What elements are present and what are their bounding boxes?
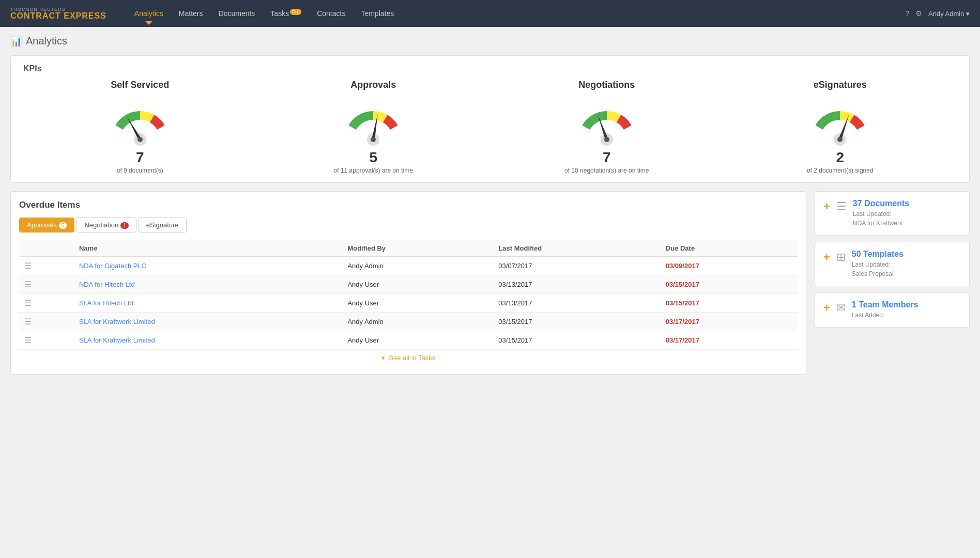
nav-link-analytics[interactable]: Analytics bbox=[127, 6, 171, 21]
svg-point-11 bbox=[837, 137, 843, 142]
table-row: ☰SLA for Kraftwerk LimitedAndy User03/15… bbox=[19, 331, 798, 350]
doc-link[interactable]: SLA for Hitech Ltd bbox=[79, 299, 133, 307]
side-card-plus-icon[interactable]: + bbox=[823, 251, 830, 264]
col-header: Modified By bbox=[342, 240, 493, 257]
nav-links: AnalyticsMattersDocumentsTasksProContact… bbox=[127, 6, 905, 21]
kpi-item-approvals: Approvals5of 11 approval(s) are on time bbox=[257, 80, 491, 174]
document-icon: ☰ bbox=[24, 336, 32, 345]
side-card-plus-icon[interactable]: + bbox=[823, 200, 830, 213]
row-modified-by: Andy User bbox=[342, 275, 493, 294]
kpi-section: KPIs Self Serviced7of 9 document(s)Appro… bbox=[10, 55, 970, 183]
kpi-value: 7 bbox=[603, 149, 611, 166]
side-card-meta: Last Updated:NDA for Kraftwerk bbox=[853, 209, 961, 228]
svg-point-8 bbox=[604, 137, 609, 142]
kpi-sub: of 9 document(s) bbox=[117, 167, 163, 174]
analytics-icon: 📊 bbox=[10, 36, 22, 47]
kpi-gauges: Self Serviced7of 9 document(s)Approvals5… bbox=[23, 80, 957, 174]
row-due-date: 03/17/2017 bbox=[661, 331, 798, 350]
gauge-svg bbox=[799, 96, 881, 147]
side-card-meta: Last Added: bbox=[852, 311, 961, 320]
col-header: Last Modified bbox=[493, 240, 660, 257]
side-card-icon: ⊞ bbox=[836, 251, 846, 264]
side-card-info: 50 TemplatesLast Updated:Sales Proposal bbox=[852, 250, 961, 278]
page-title-text: Analytics bbox=[26, 35, 67, 47]
side-card-meta: Last Updated:Sales Proposal bbox=[852, 260, 961, 278]
row-name[interactable]: SLA for Kraftwerk Limited bbox=[74, 331, 342, 350]
row-name[interactable]: NDA for Gigatech PLC bbox=[74, 257, 342, 275]
row-due-date: 03/17/2017 bbox=[661, 313, 798, 331]
document-icon: ☰ bbox=[24, 280, 32, 289]
row-doc-icon: ☰ bbox=[19, 257, 74, 275]
brand-plain: CONTRACT bbox=[10, 11, 61, 20]
doc-link[interactable]: NDA for Gigatech PLC bbox=[79, 262, 146, 270]
brand-accent: EXPRESS bbox=[64, 11, 106, 20]
nav-link-matters[interactable]: Matters bbox=[172, 6, 210, 21]
row-doc-icon: ☰ bbox=[19, 313, 74, 331]
bottom-section: Overdue Items Approvals5Negotiation1eSig… bbox=[10, 191, 970, 375]
row-doc-icon: ☰ bbox=[19, 331, 74, 350]
row-modified-by: Andy Admin bbox=[342, 257, 493, 275]
side-card-icon: ✉ bbox=[836, 301, 846, 315]
overdue-tabs: Approvals5Negotiation1eSignature bbox=[19, 218, 798, 233]
col-header bbox=[19, 240, 74, 257]
kpi-sub: of 2 document(s) signed bbox=[807, 167, 874, 174]
nav-badge: Pro bbox=[290, 9, 301, 15]
row-name[interactable]: SLA for Kraftwerk Limited bbox=[74, 313, 342, 331]
row-last-modified: 03/15/2017 bbox=[493, 313, 660, 331]
user-menu[interactable]: Andy Admin ▾ bbox=[928, 10, 970, 18]
nav-link-contacts[interactable]: Contacts bbox=[310, 6, 353, 21]
overdue-title: Overdue Items bbox=[19, 200, 798, 210]
page-title: 📊 Analytics bbox=[10, 35, 970, 47]
tab-negotiation[interactable]: Negotiation1 bbox=[76, 218, 136, 233]
user-label: Andy Admin bbox=[928, 10, 964, 18]
kpi-value: 5 bbox=[369, 149, 377, 166]
svg-point-5 bbox=[371, 137, 376, 142]
row-name[interactable]: NDA for Hitech Ltd bbox=[74, 275, 342, 294]
side-card-info: 37 DocumentsLast Updated:NDA for Kraftwe… bbox=[853, 199, 961, 228]
doc-link[interactable]: NDA for Hitech Ltd bbox=[79, 281, 135, 288]
row-modified-by: Andy User bbox=[342, 294, 493, 313]
row-last-modified: 03/13/2017 bbox=[493, 275, 660, 294]
row-modified-by: Andy Admin bbox=[342, 313, 493, 331]
side-card-2: +✉1 Team MembersLast Added: bbox=[815, 292, 970, 328]
table-body: ☰NDA for Gigatech PLCAndy Admin03/07/201… bbox=[19, 257, 798, 350]
kpi-item-label: Approvals bbox=[350, 80, 396, 90]
svg-point-2 bbox=[137, 137, 143, 142]
table-row: ☰NDA for Gigatech PLCAndy Admin03/07/201… bbox=[19, 257, 798, 275]
nav-link-templates[interactable]: Templates bbox=[354, 6, 401, 21]
kpi-item-esignatures: eSignatures2of 2 document(s) signed bbox=[724, 80, 957, 174]
side-card-plus-icon[interactable]: + bbox=[823, 301, 830, 315]
overdue-table: NameModified ByLast ModifiedDue Date ☰ND… bbox=[19, 240, 798, 350]
settings-icon[interactable]: ⚙ bbox=[915, 9, 922, 18]
brand: THOMSON REUTERS CONTRACT EXPRESS bbox=[10, 7, 106, 20]
side-card-1: +⊞50 TemplatesLast Updated:Sales Proposa… bbox=[815, 242, 970, 286]
overdue-card: Overdue Items Approvals5Negotiation1eSig… bbox=[10, 191, 806, 375]
gauge-svg bbox=[332, 96, 415, 147]
side-card-count[interactable]: 37 Documents bbox=[853, 199, 961, 208]
kpi-sub: of 11 approval(s) are on time bbox=[334, 167, 413, 174]
side-card-0: +☰37 DocumentsLast Updated:NDA for Kraft… bbox=[815, 191, 970, 236]
kpi-item-label: Self Serviced bbox=[111, 80, 169, 90]
see-all-label: See all in Tasks bbox=[389, 354, 435, 362]
tab-approvals[interactable]: Approvals5 bbox=[19, 218, 74, 233]
row-due-date: 03/15/2017 bbox=[661, 294, 798, 313]
nav-link-tasks[interactable]: TasksPro bbox=[263, 6, 309, 21]
row-due-date: 03/09/2017 bbox=[661, 257, 798, 275]
side-card-count[interactable]: 50 Templates bbox=[852, 250, 961, 259]
tab-esignature[interactable]: eSignature bbox=[139, 218, 187, 233]
table-header-row: NameModified ByLast ModifiedDue Date bbox=[19, 240, 798, 257]
tab-badge: 1 bbox=[120, 222, 129, 229]
row-last-modified: 03/13/2017 bbox=[493, 294, 660, 313]
nav-link-documents[interactable]: Documents bbox=[211, 6, 263, 21]
kpi-value: 2 bbox=[836, 149, 844, 166]
help-icon[interactable]: ? bbox=[905, 9, 909, 18]
side-card-count[interactable]: 1 Team Members bbox=[852, 300, 961, 309]
kpi-item-negotiations: Negotiations7of 10 negotation(s) are on … bbox=[490, 80, 724, 174]
gauge-svg bbox=[565, 96, 648, 147]
doc-link[interactable]: SLA for Kraftwerk Limited bbox=[79, 318, 155, 326]
brand-bottom: CONTRACT EXPRESS bbox=[10, 12, 106, 20]
see-all-button[interactable]: ▾ See all in Tasks bbox=[19, 350, 798, 366]
col-header: Due Date bbox=[661, 240, 798, 257]
row-name[interactable]: SLA for Hitech Ltd bbox=[74, 294, 342, 313]
doc-link[interactable]: SLA for Kraftwerk Limited bbox=[79, 336, 155, 344]
